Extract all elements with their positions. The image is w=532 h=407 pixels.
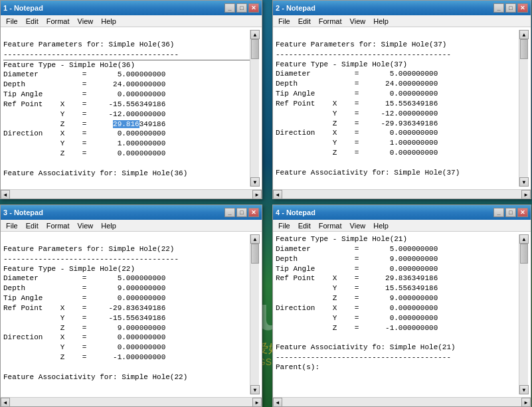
scrollbar-v-4[interactable]: ▲ ▼ — [519, 234, 528, 394]
scroll-h-track-1[interactable] — [10, 190, 252, 199]
title-text-3: 3 - Notepad — [3, 208, 43, 216]
scroll-down-4[interactable]: ▼ — [519, 385, 529, 394]
menu-edit-2[interactable]: Edit — [294, 17, 315, 26]
title-bar-buttons-1: _ □ ✕ — [224, 3, 259, 13]
notepad-window-4: 4 - Notepad _ □ ✕ File Edit Format View … — [272, 204, 531, 407]
scroll-down-1[interactable]: ▼ — [250, 177, 260, 187]
scroll-h-track-4[interactable] — [282, 398, 521, 406]
scroll-up-1[interactable]: ▲ — [250, 30, 260, 39]
scrollbar-h-1[interactable]: ◄ ► — [1, 189, 262, 199]
title-text-2: 2 - Notepad — [276, 4, 315, 12]
menu-file-2[interactable]: File — [274, 17, 294, 26]
title-bar-buttons-4: _ □ ✕ — [493, 208, 528, 217]
scroll-track-1[interactable] — [250, 39, 259, 177]
scroll-left-1[interactable]: ◄ — [1, 190, 10, 199]
close-button-3[interactable]: ✕ — [248, 208, 259, 217]
scrollbar-h-2[interactable]: ◄ ► — [273, 189, 531, 199]
minimize-button-2[interactable]: _ — [493, 3, 504, 13]
scroll-thumb-1[interactable] — [251, 39, 259, 59]
content-area-3: Feature Parameters for: Simple Hole(22) … — [1, 232, 262, 397]
close-button-1[interactable]: ✕ — [248, 3, 259, 13]
menu-file-1[interactable]: File — [2, 17, 22, 26]
text-content-4[interactable]: Feature Type - Simple Hole(21) Diameter … — [276, 234, 519, 394]
title-bar-4[interactable]: 4 - Notepad _ □ ✕ — [273, 205, 531, 220]
menu-format-3[interactable]: Format — [43, 221, 74, 230]
scroll-down-2[interactable]: ▼ — [519, 177, 529, 187]
title-bar-buttons-2: _ □ ✕ — [493, 3, 528, 13]
text-content-2[interactable]: Feature Parameters for: Simple Hole(37) … — [276, 30, 519, 187]
scroll-h-track-3[interactable] — [10, 398, 252, 406]
scroll-up-3[interactable]: ▲ — [250, 234, 260, 244]
scrollbar-v-2[interactable]: ▲ ▼ — [519, 30, 528, 187]
menu-format-1[interactable]: Format — [43, 17, 74, 26]
title-text-4: 4 - Notepad — [276, 208, 315, 216]
menu-help-1[interactable]: Help — [97, 17, 120, 26]
highlighted-value-1: 29.816 — [113, 120, 139, 128]
notepad-window-2: 2 - Notepad _ □ ✕ File Edit Format View … — [272, 0, 531, 199]
scroll-left-2[interactable]: ◄ — [273, 190, 282, 199]
maximize-button-3[interactable]: □ — [236, 208, 247, 217]
scroll-track-2[interactable] — [519, 39, 528, 177]
scrollbar-v-3[interactable]: ▲ ▼ — [250, 234, 259, 394]
menu-bar-2: File Edit Format View Help — [273, 15, 531, 27]
menu-file-3[interactable]: File — [2, 221, 22, 230]
title-bar-1[interactable]: 1 - Notepad _ □ ✕ — [1, 1, 262, 15]
title-bar-2[interactable]: 2 - Notepad _ □ ✕ — [273, 1, 531, 15]
menu-edit-3[interactable]: Edit — [22, 221, 43, 230]
scroll-up-4[interactable]: ▲ — [519, 234, 529, 244]
title-bar-buttons-3: _ □ ✕ — [224, 208, 259, 217]
menu-view-4[interactable]: View — [346, 221, 370, 230]
menu-bar-4: File Edit Format View Help — [273, 220, 531, 232]
menu-bar-3: File Edit Format View Help — [1, 220, 262, 232]
menu-help-3[interactable]: Help — [97, 221, 120, 230]
scroll-track-4[interactable] — [519, 244, 528, 385]
scroll-left-3[interactable]: ◄ — [1, 398, 10, 407]
menu-edit-1[interactable]: Edit — [22, 17, 43, 26]
menu-format-2[interactable]: Format — [315, 17, 346, 26]
scroll-left-4[interactable]: ◄ — [273, 398, 282, 407]
maximize-button-1[interactable]: □ — [236, 3, 247, 13]
scroll-right-4[interactable]: ► — [521, 398, 531, 407]
scroll-down-3[interactable]: ▼ — [250, 385, 260, 394]
title-bar-3[interactable]: 3 - Notepad _ □ ✕ — [1, 205, 262, 220]
notepad-window-1: 1 - Notepad _ □ ✕ File Edit Format View … — [0, 0, 262, 199]
notepad-window-3: 3 - Notepad _ □ ✕ File Edit Format View … — [0, 204, 262, 407]
close-button-4[interactable]: ✕ — [517, 208, 528, 217]
menu-help-4[interactable]: Help — [369, 221, 393, 230]
title-text-1: 1 - Notepad — [3, 4, 43, 12]
content-area-1: Feature Parameters for: Simple Hole(36) … — [1, 27, 262, 189]
minimize-button-3[interactable]: _ — [224, 208, 235, 217]
menu-view-3[interactable]: View — [74, 221, 98, 230]
close-button-2[interactable]: ✕ — [517, 3, 528, 13]
minimize-button-1[interactable]: _ — [224, 3, 235, 13]
menu-edit-4[interactable]: Edit — [294, 221, 315, 230]
minimize-button-4[interactable]: _ — [493, 208, 504, 217]
content-area-4: Feature Type - Simple Hole(21) Diameter … — [273, 232, 531, 397]
text-content-1[interactable]: Feature Parameters for: Simple Hole(36) … — [3, 30, 250, 187]
maximize-button-2[interactable]: □ — [505, 3, 516, 13]
scroll-right-1[interactable]: ► — [252, 190, 262, 199]
scroll-thumb-2[interactable] — [520, 39, 528, 59]
text-content-3[interactable]: Feature Parameters for: Simple Hole(22) … — [3, 234, 250, 394]
scroll-track-3[interactable] — [250, 244, 259, 385]
scroll-right-3[interactable]: ► — [252, 398, 262, 407]
scrollbar-h-3[interactable]: ◄ ► — [1, 397, 262, 406]
menu-help-2[interactable]: Help — [369, 17, 393, 26]
menu-bar-1: File Edit Format View Help — [1, 15, 262, 27]
scroll-h-track-2[interactable] — [282, 190, 521, 199]
menu-view-2[interactable]: View — [346, 17, 370, 26]
menu-view-1[interactable]: View — [74, 17, 98, 26]
scroll-thumb-3[interactable] — [251, 244, 259, 264]
scroll-thumb-4[interactable] — [520, 244, 528, 264]
menu-format-4[interactable]: Format — [315, 221, 346, 230]
scroll-right-2[interactable]: ► — [521, 190, 531, 199]
scroll-up-2[interactable]: ▲ — [519, 30, 529, 39]
menu-file-4[interactable]: File — [274, 221, 294, 230]
content-area-2: Feature Parameters for: Simple Hole(37) … — [273, 27, 531, 189]
scrollbar-h-4[interactable]: ◄ ► — [273, 397, 531, 406]
scrollbar-v-1[interactable]: ▲ ▼ — [250, 30, 259, 187]
maximize-button-4[interactable]: □ — [505, 208, 516, 217]
